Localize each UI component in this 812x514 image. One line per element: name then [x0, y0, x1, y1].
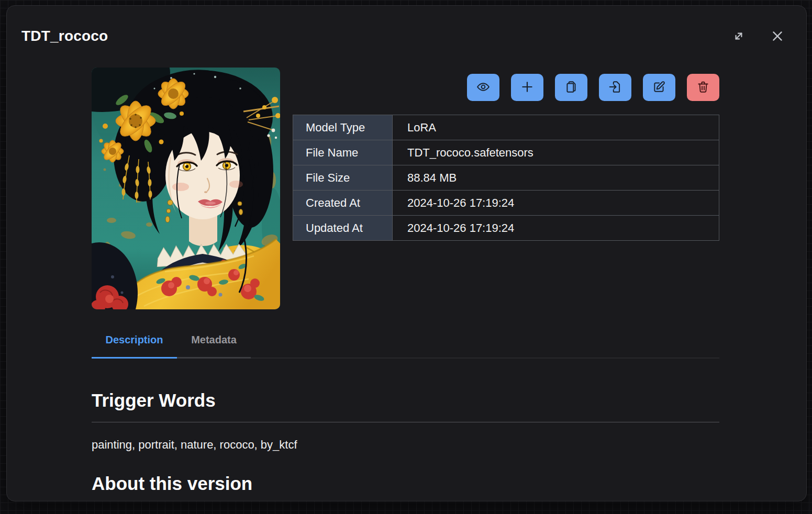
tab-bar-filler [251, 323, 719, 359]
edit-square-icon [652, 80, 666, 95]
table-row: File Size 88.84 MB [293, 165, 719, 191]
expand-icon [732, 29, 746, 44]
table-row: Created At 2024-10-26 17:19:24 [293, 191, 719, 216]
import-button[interactable] [599, 74, 631, 101]
row-value: 88.84 MB [393, 165, 719, 191]
file-import-icon [608, 80, 622, 95]
copy-button[interactable] [555, 74, 587, 101]
main-content-row: Model Type LoRA File Name TDT_rococo.saf… [92, 68, 719, 309]
row-label: Model Type [293, 115, 393, 140]
tab-bar: Description Metadata [92, 323, 719, 359]
table-row: Model Type LoRA [293, 115, 719, 140]
row-label: File Size [293, 165, 393, 191]
row-value: 2024-10-26 17:19:24 [393, 191, 719, 216]
row-value: 2024-10-26 17:19:24 [393, 216, 719, 241]
trash-icon [696, 80, 710, 95]
row-value: TDT_rococo.safetensors [393, 140, 719, 165]
trigger-words-heading: Trigger Words [92, 389, 719, 411]
eye-icon [476, 80, 490, 95]
table-row: File Name TDT_rococo.safetensors [293, 140, 719, 165]
action-toolbar [293, 74, 719, 101]
model-details-modal: TDT_rococo [6, 5, 807, 501]
model-details-table: Model Type LoRA File Name TDT_rococo.saf… [293, 115, 719, 241]
copy-icon [564, 80, 578, 95]
table-row: Updated At 2024-10-26 17:19:24 [293, 216, 719, 241]
close-icon [771, 29, 784, 44]
add-button[interactable] [511, 74, 543, 101]
row-label: File Name [293, 140, 393, 165]
delete-button[interactable] [687, 74, 719, 101]
details-column: Model Type LoRA File Name TDT_rococo.saf… [293, 68, 719, 241]
tab-metadata[interactable]: Metadata [177, 323, 251, 359]
window-controls [731, 29, 785, 44]
tab-description[interactable]: Description [92, 323, 177, 359]
trigger-words-text: painting, portrait, nature, rococo, by_k… [92, 438, 719, 452]
close-button[interactable] [770, 29, 785, 44]
row-label: Created At [293, 191, 393, 216]
expand-button[interactable] [731, 29, 747, 44]
edit-button[interactable] [643, 74, 675, 101]
description-panel: Trigger Words painting, portrait, nature… [92, 389, 719, 495]
model-preview-image [92, 68, 280, 309]
row-value: LoRA [393, 115, 719, 140]
portrait-illustration [92, 68, 280, 309]
plus-icon [520, 80, 534, 95]
section-divider [92, 422, 719, 422]
row-label: Updated At [293, 216, 393, 241]
page-title: TDT_rococo [21, 28, 108, 44]
about-version-heading: About this version [92, 473, 719, 495]
preview-button[interactable] [467, 74, 499, 101]
